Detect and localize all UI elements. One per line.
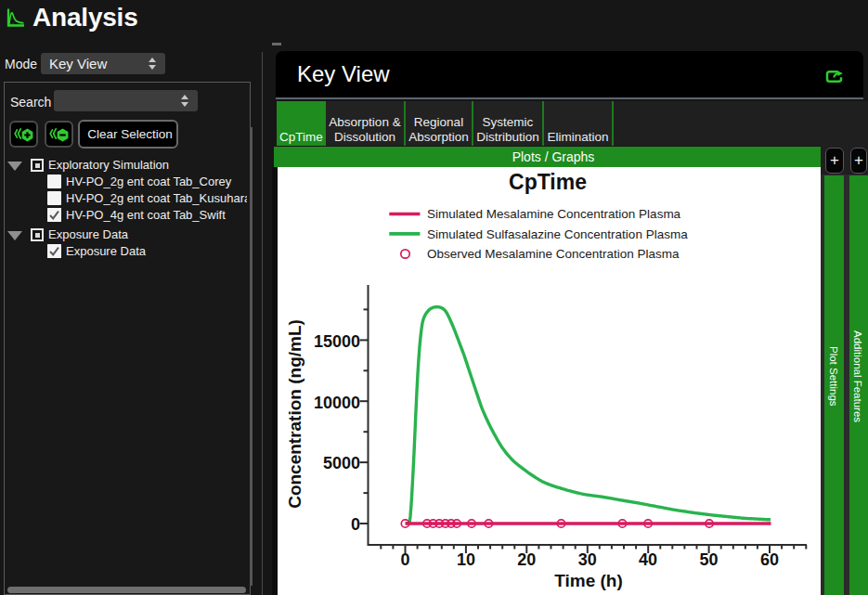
svg-text:Time (h): Time (h) bbox=[554, 571, 623, 590]
svg-text:40: 40 bbox=[639, 550, 657, 569]
svg-text:Simulated Sulfasalazine Concen: Simulated Sulfasalazine Concentration Pl… bbox=[427, 227, 688, 241]
svg-text:Simulated Mesalamine Concentra: Simulated Mesalamine Concentration Plasm… bbox=[427, 207, 681, 221]
svg-text:0: 0 bbox=[351, 515, 360, 534]
svg-text:0: 0 bbox=[400, 550, 409, 569]
svg-text:10000: 10000 bbox=[314, 394, 360, 412]
svg-text:15000: 15000 bbox=[314, 332, 360, 351]
svg-text:Concentration (ng/mL): Concentration (ng/mL) bbox=[285, 319, 304, 509]
svg-text:10: 10 bbox=[457, 550, 475, 569]
svg-text:60: 60 bbox=[760, 550, 779, 569]
svg-text:30: 30 bbox=[578, 550, 597, 569]
svg-text:5000: 5000 bbox=[323, 454, 360, 472]
svg-text:Observed Mesalamine Concentrat: Observed Mesalamine Concentration Plasma bbox=[427, 247, 680, 261]
svg-text:50: 50 bbox=[699, 550, 718, 569]
svg-text:20: 20 bbox=[517, 550, 536, 569]
svg-text:CpTime: CpTime bbox=[509, 170, 587, 194]
